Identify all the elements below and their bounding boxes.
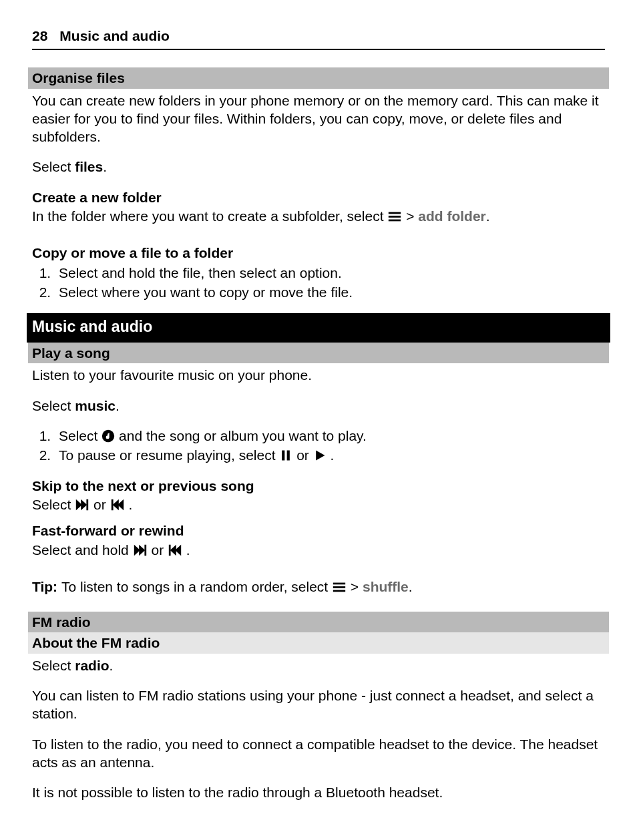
svg-rect-5 xyxy=(282,451,285,461)
tip-label: Tip: xyxy=(32,579,61,594)
svg-marker-9 xyxy=(81,499,87,511)
play-icon xyxy=(313,447,331,463)
fm-radio-paragraph-3: It is not possible to listen to the radi… xyxy=(32,783,605,801)
fm-radio-paragraph-1: You can listen to FM radio stations usin… xyxy=(32,686,605,723)
text: or xyxy=(296,447,313,463)
fast-forward-icon xyxy=(133,542,152,558)
subheading-create-folder: Create a new folder xyxy=(32,188,605,206)
section-heading-music-and-audio: Music and audio xyxy=(27,313,610,343)
text: To pause or resume playing, select xyxy=(59,447,279,463)
text: Select xyxy=(32,159,75,174)
shuffle-keyword: shuffle xyxy=(363,579,409,594)
text: . xyxy=(128,497,132,512)
play-song-intro: Listen to your favourite music on your p… xyxy=(32,366,605,384)
select-music-line: Select music. xyxy=(32,397,605,415)
rewind-icon xyxy=(168,542,186,558)
pause-icon xyxy=(279,447,296,463)
text: To listen to songs in a random order, se… xyxy=(61,579,332,594)
play-song-steps: Select and the song or album you want to… xyxy=(32,427,605,465)
copy-move-steps: Select and hold the file, then select an… xyxy=(32,264,605,302)
page-number: 28 xyxy=(32,27,47,45)
svg-point-4 xyxy=(106,436,109,439)
skip-previous-icon xyxy=(110,497,129,512)
list-item: To pause or resume playing, select or . xyxy=(55,446,605,464)
menu-icon xyxy=(332,579,351,594)
text: Select xyxy=(32,658,75,673)
text: . xyxy=(331,447,335,463)
svg-rect-16 xyxy=(144,544,146,556)
page: 28Music and audio Organise files You can… xyxy=(0,0,637,826)
skip-next-icon xyxy=(75,497,93,512)
section-heading-organise-files: Organise files xyxy=(28,67,609,88)
list-item: Select and the song or album you want to… xyxy=(55,427,605,445)
svg-rect-0 xyxy=(389,212,401,214)
text: . xyxy=(186,542,190,558)
section-heading-fm-radio: FM radio xyxy=(28,612,609,632)
subheading-copy-move: Copy or move a file to a folder xyxy=(32,244,605,262)
text: . xyxy=(409,579,413,594)
ff-line: Select and hold or . xyxy=(32,541,605,559)
subheading-ff-rewind: Fast-forward or rewind xyxy=(32,521,605,540)
svg-rect-10 xyxy=(87,499,89,511)
page-header: 28Music and audio xyxy=(32,27,605,50)
files-keyword: files xyxy=(75,159,103,174)
text: or xyxy=(151,542,168,558)
svg-marker-15 xyxy=(139,544,145,556)
text: Select xyxy=(59,428,101,443)
svg-marker-7 xyxy=(316,451,325,461)
list-item: Select where you want to copy or move th… xyxy=(55,283,605,301)
skip-line: Select or . xyxy=(32,495,605,513)
create-folder-line: In the folder where you want to create a… xyxy=(32,207,605,225)
svg-rect-20 xyxy=(333,582,345,584)
text: . xyxy=(486,208,490,224)
text: > xyxy=(406,208,418,224)
text: > xyxy=(351,579,363,594)
text: and the song or album you want to play. xyxy=(119,428,367,443)
add-folder-keyword: add folder xyxy=(418,208,486,224)
text: In the folder where you want to create a… xyxy=(32,208,387,224)
subheading-skip: Skip to the next or previous song xyxy=(32,477,605,495)
text: Select xyxy=(32,398,75,413)
svg-rect-22 xyxy=(333,590,345,592)
text: Select and hold xyxy=(32,542,133,558)
svg-rect-6 xyxy=(287,451,290,461)
text: or xyxy=(93,497,110,512)
organise-files-paragraph: You can create new folders in your phone… xyxy=(32,91,605,146)
text: . xyxy=(103,159,107,174)
music-note-icon xyxy=(101,428,119,443)
section-heading-about-fm-radio: About the FM radio xyxy=(28,632,609,653)
section-heading-play-a-song: Play a song xyxy=(28,343,609,363)
select-radio-line: Select radio. xyxy=(32,656,605,674)
fm-radio-paragraph-2: To listen to the radio, you need to conn… xyxy=(32,735,605,772)
select-files-line: Select files. xyxy=(32,158,605,176)
music-keyword: music xyxy=(75,398,116,413)
text: Select xyxy=(32,497,75,512)
text: . xyxy=(116,398,120,413)
text: . xyxy=(110,658,114,673)
list-item: Select and hold the file, then select an… xyxy=(55,264,605,282)
svg-rect-1 xyxy=(389,216,401,218)
menu-icon xyxy=(387,208,406,224)
radio-keyword: radio xyxy=(75,658,109,673)
svg-rect-2 xyxy=(389,220,401,222)
header-title: Music and audio xyxy=(59,28,170,43)
tip-line: Tip: To listen to songs in a random orde… xyxy=(32,578,605,596)
svg-rect-21 xyxy=(333,586,345,588)
